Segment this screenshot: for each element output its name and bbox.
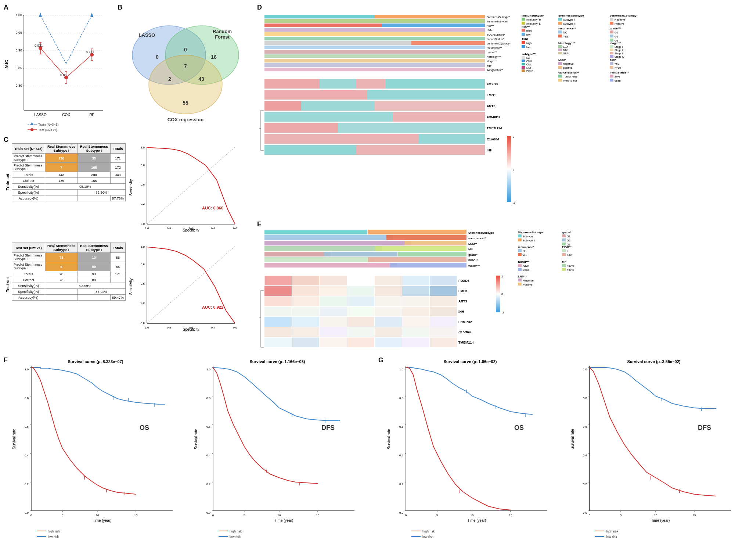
svg-rect-355 bbox=[518, 253, 522, 256]
svg-text:cancerStatus*: cancerStatus* bbox=[487, 37, 504, 41]
svg-text:10: 10 bbox=[654, 514, 657, 517]
svg-rect-113 bbox=[264, 41, 411, 45]
svg-rect-336 bbox=[496, 276, 500, 312]
svg-text:Subtype I: Subtype I bbox=[523, 235, 534, 238]
svg-rect-135 bbox=[264, 90, 367, 100]
svg-text:MIX: MIX bbox=[563, 49, 568, 51]
svg-text:Forest: Forest bbox=[215, 34, 230, 40]
svg-rect-226 bbox=[610, 66, 613, 69]
svg-rect-186 bbox=[610, 18, 613, 21]
svg-text:LNM**: LNM** bbox=[468, 242, 477, 245]
svg-text:alive: alive bbox=[615, 75, 620, 78]
svg-text:Negative: Negative bbox=[523, 279, 534, 282]
svg-text:age*: age* bbox=[487, 64, 493, 67]
svg-rect-278 bbox=[430, 276, 457, 286]
survival-chart-dfs-f: Survival curve (p=1.166e−03) Survival ra… bbox=[193, 356, 371, 555]
svg-rect-111 bbox=[264, 37, 485, 40]
svg-text:POLE: POLE bbox=[526, 70, 533, 72]
svg-rect-122 bbox=[264, 59, 485, 62]
svg-rect-298 bbox=[292, 306, 319, 316]
svg-text:ImmuneSubtype*: ImmuneSubtype* bbox=[487, 20, 508, 23]
svg-text:55: 55 bbox=[183, 100, 188, 106]
svg-text:0.8: 0.8 bbox=[141, 164, 145, 167]
svg-rect-292 bbox=[347, 296, 374, 306]
svg-text:I: I bbox=[567, 250, 568, 253]
svg-rect-365 bbox=[518, 268, 522, 271]
svg-text:Sensitivity: Sensitivity bbox=[129, 278, 133, 295]
svg-text:positive: positive bbox=[563, 66, 572, 69]
svg-rect-325 bbox=[375, 337, 402, 347]
svg-text:Stage III: Stage III bbox=[615, 52, 624, 55]
svg-text:0.0: 0.0 bbox=[583, 511, 587, 514]
svg-text:0.95: 0.95 bbox=[15, 31, 22, 35]
svg-rect-149 bbox=[338, 123, 485, 133]
svg-text:0: 0 bbox=[30, 514, 32, 517]
svg-text:0.2: 0.2 bbox=[141, 202, 145, 205]
svg-text:0.2: 0.2 bbox=[399, 482, 404, 486]
svg-text:high risk: high risk bbox=[422, 530, 435, 533]
svg-text:AUC: AUC bbox=[4, 60, 9, 69]
svg-rect-261 bbox=[324, 252, 397, 256]
svg-rect-249 bbox=[386, 235, 466, 240]
panel-e: E StemnessSubtype recurrence** bbox=[257, 220, 749, 353]
svg-text:0.2: 0.2 bbox=[206, 482, 211, 486]
svg-text:NO: NO bbox=[563, 31, 567, 34]
test-confusion-matrix: Test set (N=171) Real Stemmness Subtype … bbox=[12, 243, 126, 301]
os-f-svg: Survival curve (p=8.323e−07) Survival ra… bbox=[11, 356, 180, 548]
svg-text:YES: YES bbox=[563, 35, 569, 38]
svg-text:G1: G1 bbox=[615, 31, 618, 34]
svg-rect-273 bbox=[292, 276, 319, 286]
panel-b-venn: LASSO Random Forest 0 16 0 7 2 43 55 COX… bbox=[118, 7, 246, 132]
svg-line-22 bbox=[66, 15, 92, 64]
svg-text:grade***: grade*** bbox=[610, 27, 622, 30]
svg-rect-309 bbox=[375, 317, 402, 327]
svg-rect-358 bbox=[562, 249, 566, 252]
svg-rect-276 bbox=[375, 276, 402, 286]
svg-rect-348 bbox=[562, 238, 566, 241]
svg-text:recurrence**: recurrence** bbox=[487, 46, 502, 50]
svg-text:0.4: 0.4 bbox=[206, 454, 211, 457]
svg-rect-140 bbox=[301, 101, 375, 111]
svg-text:Yes: Yes bbox=[523, 254, 527, 257]
svg-text:G2: G2 bbox=[567, 239, 570, 242]
svg-text:risk***: risk*** bbox=[522, 25, 530, 28]
svg-rect-301 bbox=[375, 306, 402, 316]
svg-text:COX: COX bbox=[62, 113, 70, 117]
svg-rect-152 bbox=[264, 134, 419, 144]
svg-rect-299 bbox=[320, 306, 347, 316]
svg-text:Train (N=343): Train (N=343) bbox=[38, 123, 58, 126]
svg-rect-350 bbox=[562, 243, 566, 245]
svg-text:Survival curve (p=1.06e−02): Survival curve (p=1.06e−02) bbox=[444, 359, 497, 364]
svg-text:43: 43 bbox=[198, 76, 204, 82]
svg-text:Alive: Alive bbox=[523, 264, 529, 268]
svg-rect-295 bbox=[430, 296, 457, 306]
svg-text:livingStatus**: livingStatus** bbox=[610, 71, 629, 74]
svg-text:0.6: 0.6 bbox=[583, 425, 587, 428]
svg-rect-181 bbox=[558, 18, 562, 21]
svg-text:dead: dead bbox=[615, 79, 621, 82]
svg-text:RF: RF bbox=[89, 113, 94, 117]
svg-text:FOXD3: FOXD3 bbox=[487, 82, 498, 86]
svg-text:FRMPD2: FRMPD2 bbox=[458, 320, 472, 324]
svg-text:high: high bbox=[526, 42, 532, 45]
svg-text:Dead: Dead bbox=[523, 268, 529, 272]
svg-rect-322 bbox=[292, 337, 319, 347]
svg-rect-300 bbox=[347, 306, 374, 316]
svg-marker-23 bbox=[39, 12, 42, 17]
svg-rect-277 bbox=[402, 276, 429, 286]
svg-text:2: 2 bbox=[513, 135, 515, 139]
svg-text:grade*: grade* bbox=[468, 253, 478, 256]
svg-text:DFS: DFS bbox=[321, 424, 335, 431]
svg-rect-144 bbox=[264, 112, 393, 122]
svg-text:cancerStatus**: cancerStatus** bbox=[558, 71, 579, 74]
svg-rect-260 bbox=[264, 252, 331, 256]
svg-rect-212 bbox=[610, 49, 613, 51]
svg-rect-323 bbox=[320, 337, 347, 347]
svg-rect-102 bbox=[264, 19, 485, 23]
svg-rect-265 bbox=[264, 257, 375, 262]
svg-rect-316 bbox=[347, 327, 374, 337]
svg-rect-293 bbox=[375, 296, 402, 306]
svg-rect-116 bbox=[264, 46, 485, 49]
svg-rect-283 bbox=[320, 286, 347, 296]
svg-text:fustat***: fustat*** bbox=[518, 260, 530, 263]
